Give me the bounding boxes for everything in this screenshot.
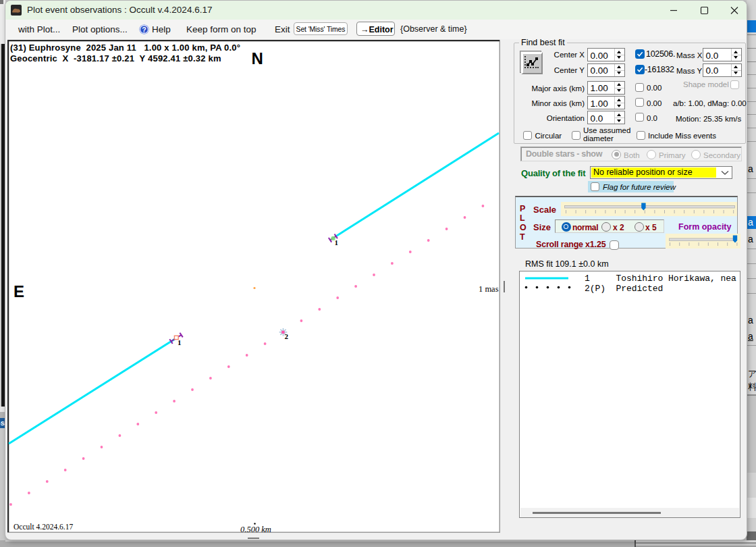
svg-text:0.500 km: 0.500 km	[240, 525, 271, 533]
svg-text:1: 1	[178, 338, 182, 346]
svg-text:Occult 4.2024.6.17: Occult 4.2024.6.17	[14, 523, 73, 531]
svg-text:N: N	[252, 49, 263, 68]
svg-text:2: 2	[285, 332, 289, 340]
svg-text:?: ?	[142, 26, 146, 34]
svg-text:1: 1	[335, 238, 339, 246]
svg-text:Geocentric X -3181.17 ±0.21: Geocentric X -3181.17 ±0.21 Y 4592.41 ±0…	[10, 53, 221, 63]
svg-text:1 mas: 1 mas	[479, 284, 499, 294]
svg-text:E: E	[14, 282, 24, 301]
svg-text:(31) Euphrosyne 2025 Jan 11: (31) Euphrosyne 2025 Jan 11 1.00 x 1.00 …	[10, 43, 240, 53]
